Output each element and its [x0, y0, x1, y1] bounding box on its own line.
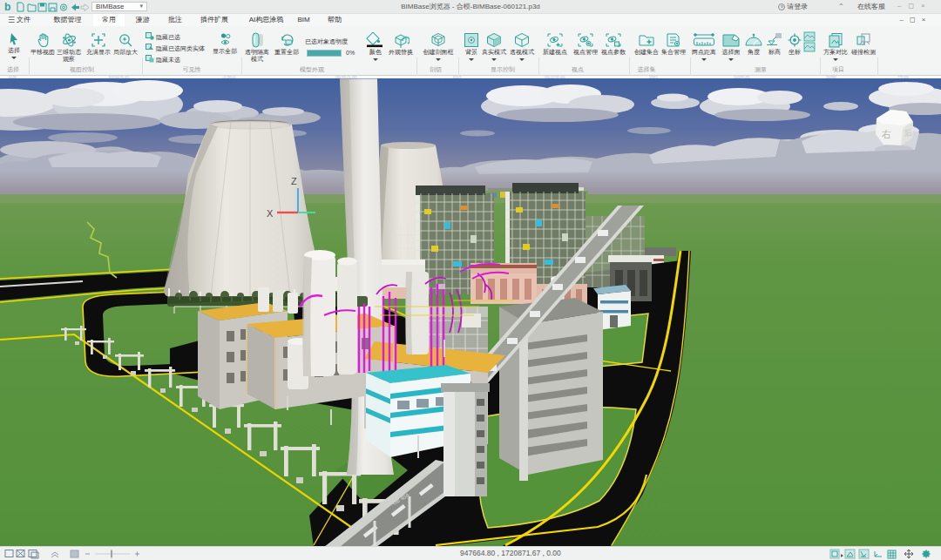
svg-text:右: 右: [882, 129, 891, 139]
svg-text:后: 后: [904, 128, 912, 138]
svg-text:X: X: [267, 208, 274, 219]
svg-text:Z: Z: [291, 176, 297, 186]
svg-text:b: b: [4, 1, 10, 13]
